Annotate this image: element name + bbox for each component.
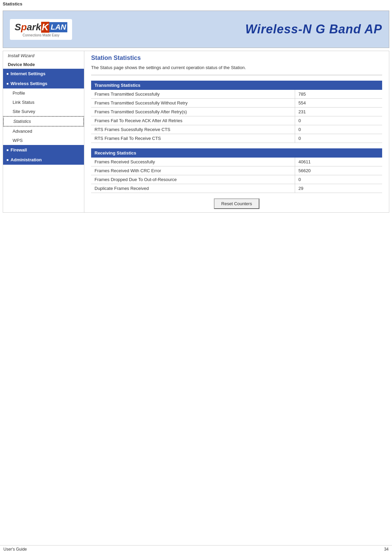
table-row: Frames Transmitted Successfully 785 [91,90,382,99]
reset-btn-area: Reset Counters [91,198,382,209]
table-row: RTS Frames Sucessfully Receive CTS 0 [91,125,382,134]
receiving-header-row: Receiving Statistics [91,148,382,158]
stat-value: 0 [295,175,382,184]
sidebar: Install Wizard Device Mode ■ Internet Se… [3,51,84,213]
stat-label: Duplicate Frames Received [91,184,295,193]
stat-label: Frames Transmitted Successfully [91,90,295,99]
sidebar-section-label: Internet Settings [11,71,46,76]
transmitting-header-cell: Transmiting Statistics [91,81,382,90]
reset-counters-button[interactable]: Reset Counters [214,198,259,209]
stat-label: Frames Received With CRC Error [91,166,295,175]
stat-value: 231 [295,108,382,116]
sidebar-item-firewall[interactable]: ■ Firewall [3,145,84,155]
receiving-header-cell: Receiving Statistics [91,148,382,158]
stat-label: RTS Frames Sucessfully Receive CTS [91,125,295,134]
sidebar-item-wps[interactable]: WPS [3,136,84,145]
stat-value: 0 [295,125,382,134]
stat-label: Frames Transmitted Successfully Without … [91,99,295,108]
stat-label: Frames Received Successfully [91,158,295,166]
main-content: Station Statistics The Status page shows… [84,51,389,213]
table-row: Frames Received Successfully 40611 [91,158,382,166]
table-row: Frames Fail To Receive ACK After All Ret… [91,116,382,125]
sidebar-device-mode: Device Mode [3,60,84,69]
content-title: Station Statistics [91,54,382,62]
table-row: Frames Dropped Due To Out-of-Resource 0 [91,175,382,184]
sidebar-item-profile[interactable]: Profile [3,88,84,98]
sidebar-item-advanced[interactable]: Advanced [3,127,84,136]
table-row: Frames Transmitted Successfully Without … [91,99,382,108]
content-divider [91,75,382,75]
stat-value: 29 [295,184,382,193]
minus-icon: ■ [6,82,8,85]
plus-icon-admin: ■ [6,158,8,162]
stat-value: 785 [295,90,382,99]
header-banner: S p ark K LAN Connections Made Easy Wire… [3,11,389,48]
sidebar-section-label: Administration [11,157,42,162]
stat-label: Frames Dropped Due To Out-of-Resource [91,175,295,184]
table-row: Frames Received With CRC Error 56620 [91,166,382,175]
product-title: Wireless-N G Band AP [245,22,382,36]
sidebar-item-statistics[interactable]: Statistics [3,116,84,127]
wireless-submenu: Profile Link Status Site Survey Statisti… [3,88,84,145]
table-row: Frames Transmitted Successfully After Re… [91,108,382,116]
stat-value: 56620 [295,166,382,175]
logo-area: S p ark K LAN Connections Made Easy [10,19,72,40]
transmitting-stats-table: Transmiting Statistics Frames Transmitte… [91,81,382,143]
receiving-stats-table: Receiving Statistics Frames Received Suc… [91,148,382,193]
sidebar-item-link-status[interactable]: Link Status [3,98,84,107]
stat-label: Frames Fail To Receive ACK After All Ret… [91,116,295,125]
page-title: Statistics [0,0,392,8]
sidebar-section-label: Wireless Settings [11,81,47,86]
sparklan-logo: S p ark K LAN [15,22,67,33]
table-row: Duplicate Frames Received 29 [91,184,382,193]
table-row: RTS Frames Fail To Receive CTS 0 [91,134,382,143]
sidebar-item-site-survey[interactable]: Site Survey [3,107,84,116]
transmitting-header-row: Transmiting Statistics [91,81,382,90]
sidebar-item-internet-settings[interactable]: ■ Internet Settings [3,69,84,79]
sidebar-section-label: Firewall [11,147,27,152]
footer-right: 34 [384,547,389,552]
stat-value: 554 [295,99,382,108]
content-description: The Status page shows the settings and c… [91,65,382,70]
sidebar-install-wizard[interactable]: Install Wizard [3,51,84,60]
sidebar-item-wireless-settings[interactable]: ■ Wireless Settings [3,79,84,88]
stat-value: 0 [295,116,382,125]
footer-bar: User's Guide 34 [0,545,392,553]
logo-tagline: Connections Made Easy [22,33,59,37]
plus-icon-firewall: ■ [6,148,8,152]
footer-left: User's Guide [3,547,27,552]
stat-label: RTS Frames Fail To Receive CTS [91,134,295,143]
plus-icon: ■ [6,72,8,76]
sidebar-item-administration[interactable]: ■ Administration [3,155,84,165]
stat-value: 40611 [295,158,382,166]
stat-label: Frames Transmitted Successfully After Re… [91,108,295,116]
stat-value: 0 [295,134,382,143]
